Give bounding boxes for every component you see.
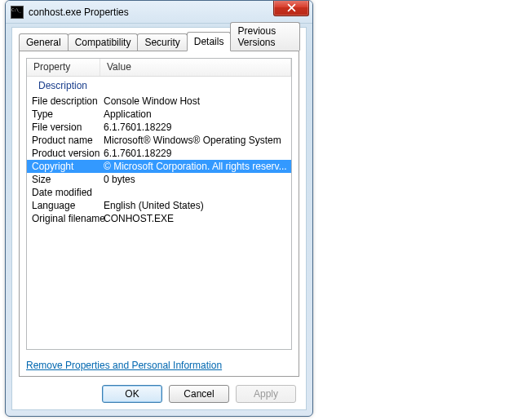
tab-security[interactable]: Security xyxy=(137,33,187,51)
value-cell: Application xyxy=(100,108,291,120)
property-cell: File version xyxy=(27,122,100,133)
remove-properties-link[interactable]: Remove Properties and Personal Informati… xyxy=(26,360,222,371)
tab-compatibility[interactable]: Compatibility xyxy=(68,33,139,51)
listview-body: Description File descriptionConsole Wind… xyxy=(27,77,291,225)
tab-panel-details: Property Value Description File descript… xyxy=(19,51,299,377)
table-row[interactable]: Product nameMicrosoft® Windows® Operatin… xyxy=(27,134,291,147)
value-cell: Microsoft® Windows® Operating System xyxy=(100,135,291,146)
group-description: Description xyxy=(27,77,291,95)
value-cell: 6.1.7601.18229 xyxy=(100,148,291,159)
column-property[interactable]: Property xyxy=(27,59,100,76)
close-button[interactable] xyxy=(273,0,309,16)
close-icon xyxy=(287,3,296,12)
table-row[interactable]: File descriptionConsole Window Host xyxy=(27,95,291,108)
property-cell: Language xyxy=(27,200,100,211)
app-icon xyxy=(11,6,24,19)
property-cell: Product version xyxy=(27,148,100,159)
apply-button[interactable]: Apply xyxy=(236,385,296,403)
property-cell: Type xyxy=(27,108,100,120)
value-cell: 6.1.7601.18229 xyxy=(100,122,291,133)
table-row[interactable]: TypeApplication xyxy=(27,108,291,121)
table-row[interactable]: Date modified xyxy=(27,186,291,199)
table-row[interactable]: Size0 bytes xyxy=(27,173,291,186)
property-cell: Product name xyxy=(27,135,100,146)
client-area: General Compatibility Security Details P… xyxy=(11,27,307,410)
value-cell: © Microsoft Corporation. All rights rese… xyxy=(100,161,291,172)
value-cell xyxy=(100,187,291,198)
details-listview[interactable]: Property Value Description File descript… xyxy=(26,58,292,350)
cancel-button[interactable]: Cancel xyxy=(169,385,229,403)
table-row[interactable]: Product version6.1.7601.18229 xyxy=(27,147,291,160)
property-cell: Date modified xyxy=(27,187,100,198)
table-row[interactable]: File version6.1.7601.18229 xyxy=(27,121,291,134)
table-row[interactable]: Copyright© Microsoft Corporation. All ri… xyxy=(27,160,291,173)
properties-dialog: conhost.exe Properties General Compatibi… xyxy=(5,0,313,417)
dialog-buttons: OK Cancel Apply xyxy=(19,385,299,403)
value-cell: 0 bytes xyxy=(100,174,291,185)
listview-header: Property Value xyxy=(27,59,291,77)
titlebar[interactable]: conhost.exe Properties xyxy=(6,1,312,24)
table-row[interactable]: LanguageEnglish (United States) xyxy=(27,199,291,212)
table-row[interactable]: Original filenameCONHOST.EXE xyxy=(27,212,291,225)
window-title: conhost.exe Properties xyxy=(29,7,312,18)
tab-strip: General Compatibility Security Details P… xyxy=(19,33,299,51)
property-cell: Size xyxy=(27,174,100,185)
property-cell: Original filename xyxy=(27,213,100,224)
property-cell: Copyright xyxy=(27,161,100,172)
tab-general[interactable]: General xyxy=(19,33,69,51)
column-value[interactable]: Value xyxy=(100,59,291,76)
tab-previous-versions[interactable]: Previous Versions xyxy=(230,22,300,51)
ok-button[interactable]: OK xyxy=(102,385,162,403)
value-cell: CONHOST.EXE xyxy=(100,213,291,224)
tab-details[interactable]: Details xyxy=(187,32,232,51)
value-cell: English (United States) xyxy=(100,200,291,211)
value-cell: Console Window Host xyxy=(100,95,291,107)
property-cell: File description xyxy=(27,95,100,107)
